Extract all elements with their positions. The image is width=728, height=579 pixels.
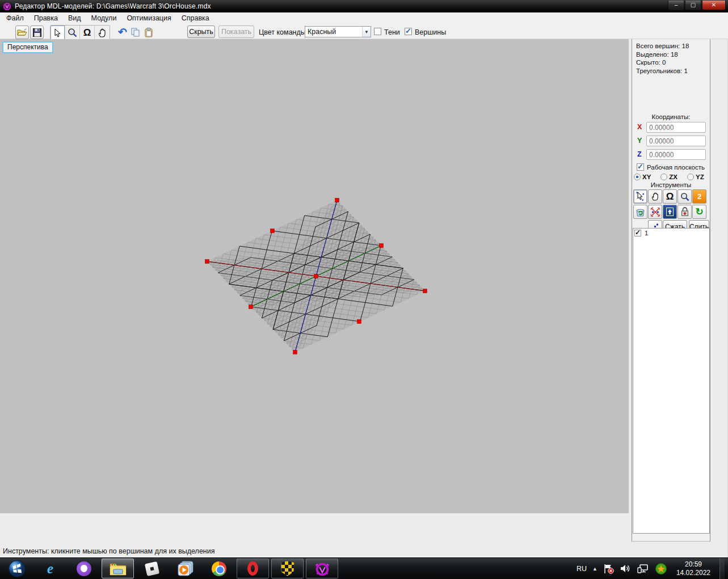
menu-item[interactable]: Вид: [63, 13, 86, 23]
lock-tool[interactable]: [677, 205, 692, 219]
file-explorer-button[interactable]: [102, 559, 134, 578]
network-icon[interactable]: [637, 564, 649, 573]
windows-start-icon: [8, 560, 26, 578]
cursor-vertices-icon: [636, 192, 645, 201]
z-toggle-icon: 2: [697, 192, 701, 201]
media-player-button[interactable]: [169, 558, 201, 579]
action-center-flag-icon[interactable]: [603, 564, 615, 574]
z-axis-label: Z: [637, 150, 642, 158]
stat-line: Треугольников: 1: [636, 67, 688, 74]
pan-tool-button[interactable]: [95, 26, 110, 40]
menu-item[interactable]: Файл: [1, 13, 29, 23]
zoom-tool-button[interactable]: [65, 26, 80, 40]
antivirus-icon[interactable]: [655, 563, 667, 575]
team-color-label: Цвет команды:: [259, 28, 308, 36]
move-up-tool[interactable]: [663, 205, 677, 219]
language-indicator[interactable]: RU: [576, 565, 587, 573]
plane-radio-group: XY ZX YZ: [634, 174, 704, 180]
3d-viewport[interactable]: Перспектива: [0, 39, 629, 513]
vertex-dot[interactable]: [271, 229, 275, 233]
open-folder-icon: [17, 28, 27, 36]
recycle-tool[interactable]: [633, 205, 647, 219]
clock[interactable]: 20:59 14.02.2022: [676, 560, 710, 577]
menu-item[interactable]: Модули: [86, 13, 122, 23]
perspective-view-label[interactable]: Перспектива: [2, 41, 53, 53]
mdl-editor-button[interactable]: [306, 559, 338, 578]
start-button[interactable]: [1, 558, 33, 579]
select-vertices-tool[interactable]: [633, 189, 647, 204]
shadows-checkbox[interactable]: [374, 28, 381, 35]
coord-row-z: Z: [632, 149, 710, 160]
surfaces-list: 1: [633, 228, 710, 534]
internet-explorer-button[interactable]: e: [34, 558, 66, 579]
vertex-dot[interactable]: [335, 198, 339, 202]
yandex-browser-button[interactable]: [68, 558, 100, 579]
internet-explorer-icon: e: [47, 562, 53, 576]
vertices-label: Вершины: [415, 28, 446, 36]
close-button[interactable]: ✕: [702, 1, 726, 10]
vertex-dot[interactable]: [423, 289, 427, 293]
tools-title: Инструменты: [632, 181, 710, 188]
surface-list-item[interactable]: 1: [633, 229, 709, 238]
vertex-dot[interactable]: [249, 305, 253, 309]
warcraft-shield-icon: [281, 561, 294, 576]
team-color-combobox[interactable]: Красный ▼: [305, 26, 371, 37]
x-coordinate-field[interactable]: [646, 122, 706, 133]
hide-button[interactable]: Скрыть: [187, 26, 215, 38]
warcraft3-button[interactable]: [271, 559, 304, 578]
vertices-checkbox[interactable]: [405, 28, 412, 35]
rotate-tool-button[interactable]: Ω: [80, 26, 95, 40]
recycle-bin-icon: [636, 208, 645, 217]
chevron-down-icon: ▼: [362, 27, 371, 37]
open-file-button[interactable]: [15, 26, 29, 39]
zoom-tool[interactable]: [677, 189, 692, 204]
chrome-button[interactable]: [203, 558, 235, 579]
vertex-dot[interactable]: [293, 350, 297, 354]
surface-item-checkbox[interactable]: [634, 230, 641, 236]
roblox-button[interactable]: [136, 558, 168, 579]
y-coordinate-field[interactable]: [646, 136, 706, 146]
model-wireframe[interactable]: [0, 39, 629, 513]
radio-zx[interactable]: [660, 174, 667, 180]
radio-yz[interactable]: [687, 174, 694, 180]
rotate-tool[interactable]: Ω: [663, 189, 677, 204]
magnifier-icon: [68, 28, 77, 37]
copy-button[interactable]: [129, 26, 142, 39]
mdl-editor-icon: [314, 560, 331, 577]
status-bar-text: Инструменты: кликните мышью по вершинам …: [3, 547, 215, 555]
floppy-icon: [33, 28, 41, 37]
stat-line: Всего вершин: 18: [636, 43, 689, 49]
select-tool-button[interactable]: [51, 26, 65, 40]
menu-item[interactable]: Справка: [176, 13, 214, 23]
menu-item[interactable]: Оптимизация: [121, 13, 176, 23]
vertex-dot[interactable]: [380, 244, 384, 248]
undo-button[interactable]: ↶: [116, 26, 129, 39]
z-axis-toggle-tool[interactable]: 2: [692, 189, 706, 204]
opera-button[interactable]: [237, 559, 269, 578]
menu-item[interactable]: Правка: [29, 13, 63, 23]
show-desktop-button[interactable]: [719, 558, 725, 579]
vertex-dot[interactable]: [205, 260, 209, 264]
hand-icon: [98, 28, 107, 37]
minimize-button[interactable]: –: [668, 1, 684, 10]
restore-button[interactable]: ▢: [685, 1, 701, 10]
pan-tool[interactable]: [648, 189, 662, 204]
vertex-dot[interactable]: [357, 320, 361, 324]
work-plane-checkbox[interactable]: [637, 163, 644, 171]
volume-icon[interactable]: [620, 564, 632, 573]
refresh-tool[interactable]: ↻: [692, 205, 706, 219]
show-button[interactable]: Показать: [218, 26, 254, 38]
window-title: Редактор MDL-моделей: D:\Games\Warcraft …: [15, 2, 667, 10]
up-arrow-icon: [666, 208, 674, 216]
radio-xy-label: XY: [642, 174, 651, 180]
save-button[interactable]: [30, 26, 44, 39]
vertex-dot[interactable]: [314, 274, 318, 278]
z-coordinate-field[interactable]: [646, 149, 706, 160]
paste-button[interactable]: [142, 26, 155, 39]
scale-vertices-tool[interactable]: [648, 205, 662, 219]
view-tool-group: Ω: [50, 25, 110, 40]
radio-xy[interactable]: [634, 174, 641, 180]
refresh-icon: ↻: [695, 206, 703, 218]
tray-chevron-icon[interactable]: ▲: [592, 566, 597, 572]
menu-bar: ФайлПравкаВидМодулиОптимизацияСправка: [0, 12, 728, 24]
